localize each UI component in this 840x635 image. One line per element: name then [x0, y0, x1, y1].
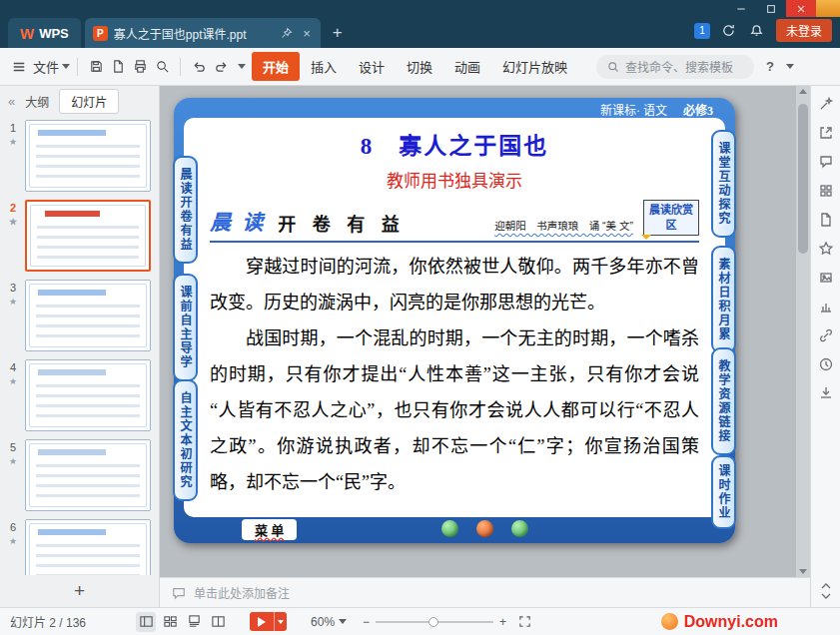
login-button[interactable]: 未登录: [776, 19, 832, 42]
slide-thumbnail-5[interactable]: 5★: [4, 439, 151, 511]
lesson-subtitle[interactable]: 教师用书独具演示: [210, 167, 699, 192]
zoom-dropdown-icon[interactable]: [339, 619, 347, 624]
thumbnail-image[interactable]: [25, 200, 151, 272]
link-icon[interactable]: [818, 327, 834, 343]
message-count-badge[interactable]: 1: [694, 23, 710, 39]
divider-line: [210, 241, 699, 243]
play-slideshow-button[interactable]: [250, 612, 274, 631]
comment-icon[interactable]: [818, 154, 834, 170]
apps-grid-icon[interactable]: [818, 183, 834, 199]
rail-scroll-chevrons-icon[interactable]: [819, 581, 833, 601]
output-icon[interactable]: [107, 56, 129, 78]
thumbnail-image[interactable]: [25, 439, 151, 511]
thumbnail-image[interactable]: [25, 280, 151, 351]
history-clock-icon[interactable]: [818, 356, 834, 372]
lesson-title[interactable]: 8 寡人之于国也: [210, 127, 699, 161]
reading-view-icon[interactable]: [208, 612, 228, 632]
tab-animations[interactable]: 动画: [443, 52, 491, 81]
slide-thumbnail-4[interactable]: 4★: [4, 359, 151, 431]
print-preview-icon[interactable]: [151, 56, 173, 78]
undo-icon[interactable]: [188, 56, 210, 78]
collapse-panel-icon[interactable]: «: [8, 94, 15, 109]
sync-icon[interactable]: [720, 22, 738, 40]
document-tab[interactable]: P 寡人之于国也ppt课件.ppt ×: [85, 18, 321, 48]
maximize-button[interactable]: [756, 0, 786, 17]
nav-tab-homework[interactable]: 课时作业: [711, 455, 736, 529]
titlebar: W WPS P 寡人之于国也ppt课件.ppt × + 1 未登录: [0, 0, 840, 48]
transition-star-icon: ★: [9, 456, 17, 466]
main-area: « 大纲 幻灯片 1★ 2★ 3★ 4★: [0, 86, 840, 607]
zoom-in-button[interactable]: +: [499, 615, 506, 629]
ribbon: 文件 开始 插入 设计 切换 动画 幻灯片放映: [0, 48, 840, 86]
scroll-up-icon[interactable]: [799, 89, 807, 94]
morning-reading-row: 晨 读 开 卷 有 益 迎朝阳 书声琅琅 诵 “美 文” 晨读欣赏区: [210, 200, 699, 236]
zoom-slider-track[interactable]: [376, 621, 493, 623]
ai-wand-icon[interactable]: [818, 96, 834, 112]
close-button[interactable]: [786, 0, 816, 17]
command-search-input[interactable]: 查找命令、搜索模板: [596, 55, 754, 79]
image-icon[interactable]: [818, 270, 834, 286]
skin-theme-button[interactable]: [816, 0, 840, 17]
file-menu[interactable]: 文件: [8, 56, 70, 78]
close-tab-icon[interactable]: ×: [301, 26, 313, 41]
print-icon[interactable]: [129, 56, 151, 78]
tab-home[interactable]: 开始: [252, 52, 300, 81]
scrollbar-thumb[interactable]: [798, 104, 808, 254]
notes-view-icon[interactable]: [184, 612, 204, 632]
slide-thumbnail-6[interactable]: 6★: [4, 519, 151, 575]
more-commands-icon[interactable]: [238, 64, 246, 69]
share-icon[interactable]: [818, 125, 834, 141]
nav-sphere-home-icon[interactable]: [476, 520, 493, 537]
nav-tab-pre-class-study[interactable]: 课前自主导学: [173, 274, 198, 381]
nav-tab-class-interaction[interactable]: 课堂互动探究: [711, 130, 736, 238]
tab-design[interactable]: 设计: [348, 52, 396, 81]
help-icon[interactable]: ?: [766, 59, 774, 74]
notification-bell-icon[interactable]: [748, 22, 766, 40]
slide-sorter-icon[interactable]: [160, 612, 180, 632]
play-options-dropdown[interactable]: [274, 612, 287, 631]
menu-button[interactable]: 菜 单: [242, 519, 297, 540]
thumbnail-image[interactable]: [25, 519, 151, 575]
nav-tab-text-research[interactable]: 自主文本初研究: [173, 379, 198, 501]
thumbnail-image[interactable]: [25, 359, 151, 431]
zoom-value[interactable]: 60%: [311, 615, 335, 629]
new-tab-button[interactable]: +: [333, 23, 343, 43]
resource-file-icon[interactable]: [818, 212, 834, 228]
zoom-slider-knob[interactable]: [428, 617, 438, 627]
minimize-button[interactable]: [726, 0, 756, 17]
tab-slideshow[interactable]: 幻灯片放映: [491, 52, 578, 81]
slide-thumbnail-2[interactable]: 2★: [4, 200, 151, 272]
normal-view-icon[interactable]: [136, 612, 156, 632]
download-icon[interactable]: [818, 385, 834, 401]
nav-sphere-back-icon[interactable]: [441, 520, 458, 537]
wps-home-tab[interactable]: W WPS: [8, 18, 81, 48]
zoom-out-button[interactable]: −: [363, 615, 370, 629]
tab-outline[interactable]: 大纲: [25, 93, 49, 110]
redo-icon[interactable]: [210, 56, 232, 78]
collapse-ribbon-icon[interactable]: [786, 64, 794, 69]
add-slide-button[interactable]: +: [0, 575, 159, 607]
thumbnail-image[interactable]: [25, 120, 151, 192]
fit-slide-icon[interactable]: [514, 612, 534, 632]
nav-tab-morning-reading[interactable]: 晨读开卷有益: [173, 156, 198, 264]
tab-transitions[interactable]: 切换: [396, 52, 443, 81]
nav-tab-teaching-resources[interactable]: 教学资源链接: [711, 347, 736, 455]
tab-insert[interactable]: 插入: [300, 52, 348, 81]
chart-icon[interactable]: [818, 299, 834, 315]
slide-canvas[interactable]: 新课标· 语文 必修3 8 寡人之于国也 教师用书独具演示 晨 读 开 卷 有 …: [174, 98, 735, 543]
body-paragraph-2[interactable]: 战国时期，一个混乱的时期，一个无主的时期，一个嗜杀的时期，只有你才提出“人性本善…: [210, 320, 699, 500]
tab-slides[interactable]: 幻灯片: [59, 89, 119, 114]
star-icon[interactable]: [818, 241, 834, 257]
editor-center: 新课标· 语文 必修3 8 寡人之于国也 教师用书独具演示 晨 读 开 卷 有 …: [160, 86, 810, 607]
notes-bar[interactable]: 单击此处添加备注: [160, 577, 810, 607]
slide-thumbnail-1[interactable]: 1★: [4, 120, 151, 192]
pin-tab-icon[interactable]: [279, 27, 295, 39]
search-icon: [607, 61, 619, 73]
slide-thumbnail-3[interactable]: 3★: [4, 280, 151, 351]
body-paragraph-1[interactable]: 穿越过时间的河流，你依然被世人敬仰。两千多年亦不曾改变。历史的漩涡中，闪亮的是你…: [210, 249, 699, 320]
nav-sphere-forward-icon[interactable]: [511, 520, 528, 537]
scroll-down-icon[interactable]: [799, 569, 807, 574]
window-controls: [726, 0, 840, 17]
save-icon[interactable]: [85, 56, 107, 78]
nav-tab-material-accumulation[interactable]: 素材日积月累: [711, 246, 736, 353]
